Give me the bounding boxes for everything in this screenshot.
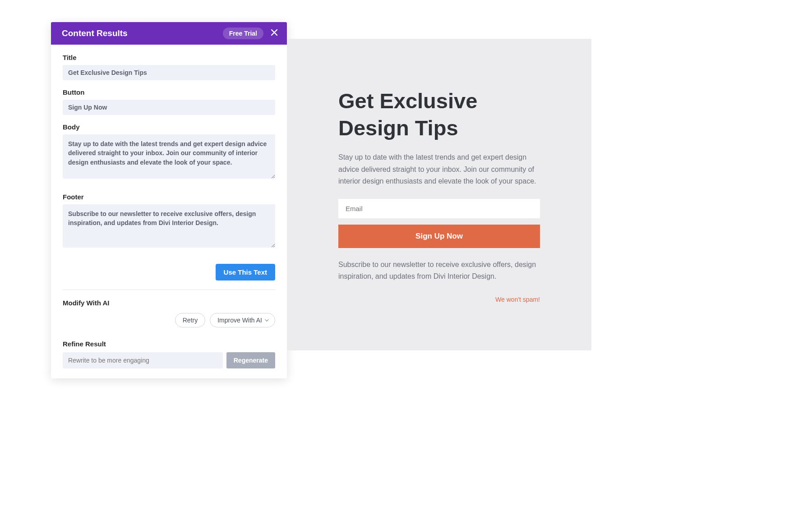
close-icon (271, 29, 278, 38)
chevron-down-icon (265, 317, 268, 321)
footer-textarea[interactable] (63, 204, 275, 248)
panel-title: Content Results (62, 28, 128, 38)
email-input[interactable] (338, 199, 540, 218)
button-label: Button (63, 88, 275, 96)
use-this-text-button[interactable]: Use This Text (216, 264, 275, 281)
retry-button[interactable]: Retry (175, 313, 205, 327)
improve-with-ai-label: Improve With AI (217, 317, 262, 324)
modify-with-ai-label: Modify With AI (63, 299, 275, 307)
title-label: Title (63, 54, 275, 61)
preview-pane: Get Exclusive Design Tips Stay up to dat… (287, 39, 591, 350)
preview-footer: Subscribe to our newsletter to receive e… (338, 259, 540, 282)
sign-up-button[interactable]: Sign Up Now (338, 225, 540, 248)
content-results-panel: Content Results Free Trial Title Button … (51, 22, 287, 378)
panel-header: Content Results Free Trial (51, 22, 287, 45)
free-trial-button[interactable]: Free Trial (223, 28, 263, 39)
refine-row: Regenerate (63, 352, 275, 368)
body-textarea[interactable] (63, 134, 275, 179)
close-button[interactable] (270, 29, 279, 38)
refine-result-label: Refine Result (63, 340, 275, 348)
title-input[interactable] (63, 65, 275, 80)
preview-body: Stay up to date with the latest trends a… (338, 152, 540, 187)
panel-body: Title Button Body Footer Use This Text M… (51, 45, 287, 378)
button-input[interactable] (63, 100, 275, 115)
body-label: Body (63, 123, 275, 131)
spam-note: We won't spam! (338, 296, 540, 303)
regenerate-button[interactable]: Regenerate (226, 352, 275, 368)
preview-heading: Get Exclusive Design Tips (338, 87, 540, 142)
modify-row: Retry Improve With AI (63, 313, 275, 327)
improve-with-ai-button[interactable]: Improve With AI (210, 313, 275, 327)
refine-input[interactable] (63, 352, 223, 368)
use-text-row: Use This Text (63, 264, 275, 290)
footer-label: Footer (63, 193, 275, 201)
panel-header-actions: Free Trial (223, 28, 279, 39)
